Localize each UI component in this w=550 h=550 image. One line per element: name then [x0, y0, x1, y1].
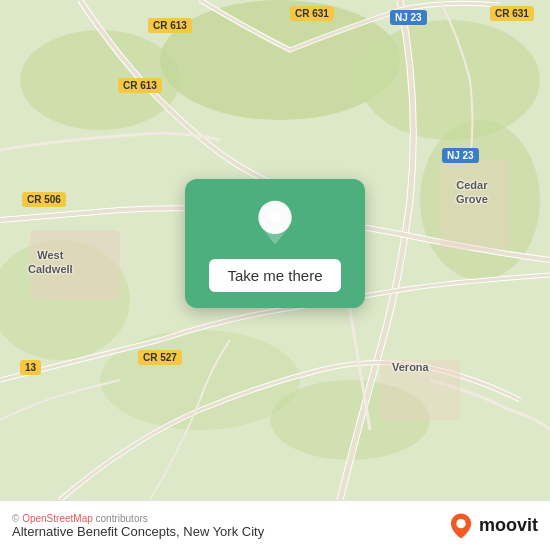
attribution: © OpenStreetMap © OpenStreetMap contribu…: [12, 513, 264, 524]
road-label-cr527: CR 527: [138, 350, 182, 365]
place-label-verona: Verona: [392, 360, 429, 374]
road-label-cr613-mid: CR 613: [118, 78, 162, 93]
moovit-logo: moovit: [447, 512, 538, 540]
road-label-cr631-tr: CR 631: [490, 6, 534, 21]
road-label-nj23-mid: NJ 23: [442, 148, 479, 163]
svg-point-2: [160, 0, 400, 120]
bottom-left: © OpenStreetMap © OpenStreetMap contribu…: [12, 513, 264, 539]
moovit-pin-icon: [447, 512, 475, 540]
svg-point-13: [456, 519, 465, 528]
place-label-west-caldwell: WestCaldwell: [28, 248, 73, 277]
take-me-there-button[interactable]: Take me there: [209, 259, 340, 292]
bottom-bar: © OpenStreetMap © OpenStreetMap contribu…: [0, 500, 550, 550]
svg-point-12: [269, 211, 281, 223]
card-overlay: Take me there: [185, 179, 365, 308]
road-label-cr631-top: CR 631: [290, 6, 334, 21]
location-pin-icon: [250, 199, 300, 249]
moovit-text: moovit: [479, 515, 538, 536]
road-label-nj23-top: NJ 23: [390, 10, 427, 25]
road-label-cr13: 13: [20, 360, 41, 375]
road-label-cr613-top: CR 613: [148, 18, 192, 33]
place-name: Alternative Benefit Concepts, New York C…: [12, 524, 264, 539]
svg-point-3: [360, 20, 540, 140]
map-container: CR 613 CR 631 NJ 23 CR 631 CR 613 NJ 23 …: [0, 0, 550, 500]
road-label-cr506-left: CR 506: [22, 192, 66, 207]
place-label-cedar-grove: CedarGrove: [456, 178, 488, 207]
